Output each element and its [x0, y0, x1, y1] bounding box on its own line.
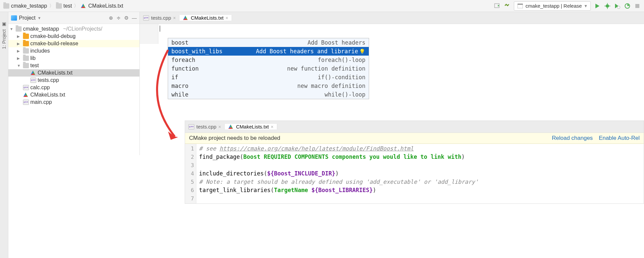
reload-message: CMake project needs to be reloaded — [189, 135, 546, 141]
folder-icon — [23, 48, 29, 54]
expand-toggle-icon[interactable]: ▼ — [10, 27, 14, 31]
build-icon[interactable] — [504, 3, 511, 9]
editor-tab[interactable]: CMakeLists.txt× — [179, 15, 232, 21]
project-panel-title: Project — [19, 15, 36, 21]
expand-all-icon[interactable]: ≑ — [116, 15, 121, 21]
line-number: 3 — [185, 161, 194, 169]
gear-icon[interactable]: ⚙ — [124, 15, 128, 21]
close-tab-icon[interactable]: × — [218, 124, 221, 129]
close-tab-icon[interactable]: × — [271, 124, 274, 129]
tree-item-label: lib — [30, 55, 36, 61]
code-editor-area[interactable]: 1234567 # see https://cmake.org/cmake/he… — [185, 144, 644, 203]
completion-item-hint: if()-condition — [318, 74, 365, 81]
completion-item[interactable]: boostAdd Boost headers — [168, 38, 369, 47]
enable-auto-reload-link[interactable]: Enable Auto-Rel — [599, 135, 640, 141]
tree-item-path: ~/CLionProjects/ — [63, 26, 103, 32]
line-number: 7 — [185, 194, 194, 203]
run-configuration-selector[interactable]: cmake_testapp | Release ▼ — [514, 1, 591, 11]
tree-item-label: CMakeLists.txt — [30, 92, 65, 98]
completion-item[interactable]: macronew macro definition — [168, 82, 369, 90]
expand-toggle-icon[interactable]: ▶ — [17, 42, 22, 46]
breadcrumb-item-folder[interactable]: test — [56, 3, 72, 9]
run-target-icon[interactable] — [494, 3, 501, 9]
breadcrumb-item-project[interactable]: cmake_testapp — [3, 3, 47, 9]
cpp-file-icon: c++ — [23, 100, 29, 105]
project-panel: Project ▼ ⊕ ≑ ⚙ — ▼ cmake_testapp ~/CLio… — [8, 12, 140, 155]
cmake-icon — [23, 92, 29, 98]
run-with-coverage-icon[interactable] — [614, 3, 621, 9]
completion-item[interactable]: foreachforeach()-loop — [168, 56, 369, 64]
tree-item[interactable]: c++calc.cpp — [8, 84, 139, 91]
close-tab-icon[interactable]: × — [226, 15, 228, 21]
completion-item[interactable]: ifif()-condition — [168, 73, 369, 82]
tree-item[interactable]: ▼test — [8, 62, 139, 69]
tree-item-label: test — [30, 63, 39, 69]
project-tree[interactable]: ▼ cmake_testapp ~/CLionProjects/ ▶cmake-… — [8, 24, 139, 107]
tree-root[interactable]: ▼ cmake_testapp ~/CLionProjects/ — [8, 25, 139, 33]
folder-icon — [23, 34, 29, 39]
completion-item[interactable]: functionnew function definition — [168, 64, 369, 73]
chevron-right-icon: 〉 — [74, 3, 79, 9]
folder-icon — [23, 63, 29, 68]
folder-icon — [3, 3, 9, 9]
project-panel-header: Project ▼ ⊕ ≑ ⚙ — — [8, 12, 139, 24]
tree-item[interactable]: ▶cmake-build-release — [8, 40, 139, 47]
completion-item[interactable]: whilewhile()-loop — [168, 90, 369, 99]
code-content[interactable]: # see https://cmake.org/cmake/help/lates… — [196, 144, 481, 203]
cpp-file-icon: c++ — [23, 85, 29, 90]
completion-item-hint: Add Boost headers and librarie💡 — [256, 48, 365, 55]
breadcrumb-item-file[interactable]: CMakeLists.txt — [81, 3, 123, 9]
folder-icon — [56, 3, 62, 9]
svg-marker-7 — [595, 4, 599, 8]
project-panel-title-selector[interactable]: Project ▼ — [11, 15, 41, 21]
tree-item-label: includes — [30, 48, 50, 54]
svg-point-14 — [617, 6, 620, 9]
svg-rect-16 — [635, 4, 639, 8]
line-number: 2 — [185, 153, 194, 161]
tree-item[interactable]: c++main.cpp — [8, 99, 139, 106]
sidebar-tab-label-project: 1: Project ▣ — [1, 22, 7, 49]
completion-item-name: if — [171, 74, 178, 81]
locate-icon[interactable]: ⊕ — [109, 15, 113, 21]
tree-item-label: calc.cpp — [30, 85, 50, 91]
breadcrumb-label: test — [64, 3, 72, 9]
completion-item-hint: foreach()-loop — [318, 57, 365, 63]
reload-changes-link[interactable]: Reload changes — [552, 135, 593, 141]
completion-item-name: boost_with_libs — [171, 48, 223, 55]
completion-item-name: foreach — [171, 57, 195, 63]
expand-toggle-icon[interactable]: ▼ — [17, 64, 22, 68]
svg-marker-4 — [498, 5, 499, 7]
tree-item[interactable]: CMakeLists.txt — [8, 91, 139, 99]
editor-tab[interactable]: c++tests.cpp× — [140, 15, 179, 21]
folder-icon — [23, 56, 29, 61]
sidebar-tool-tab[interactable]: 1: Project ▣ — [0, 12, 8, 258]
editor-tab[interactable]: CMakeLists.txt× — [225, 124, 277, 129]
chevron-down-icon: ▼ — [38, 16, 41, 20]
reload-notification-bar: CMake project needs to be reloaded Reloa… — [185, 133, 644, 144]
run-config-label: cmake_testapp | Release — [526, 3, 582, 9]
debug-button[interactable] — [604, 3, 611, 9]
tree-item[interactable]: ▶cmake-build-debug — [8, 33, 139, 40]
expand-toggle-icon[interactable]: ▶ — [17, 34, 22, 39]
code-gutter: 1234567 — [185, 144, 196, 203]
stop-button[interactable] — [634, 3, 641, 9]
expand-toggle-icon[interactable]: ▶ — [17, 56, 22, 61]
editor-tab[interactable]: c++tests.cpp× — [185, 124, 225, 129]
completion-item-name: while — [171, 91, 188, 98]
tree-item[interactable]: CMakeLists.txt — [8, 69, 139, 77]
svg-rect-6 — [518, 4, 523, 5]
tree-item[interactable]: ▶lib — [8, 55, 139, 62]
completion-item[interactable]: boost_with_libsAdd Boost headers and lib… — [168, 47, 369, 56]
profile-run-icon[interactable] — [624, 3, 631, 9]
run-button[interactable] — [594, 3, 601, 9]
line-number: 5 — [185, 178, 194, 186]
expand-toggle-icon[interactable]: ▶ — [17, 49, 22, 53]
close-tab-icon[interactable]: × — [173, 15, 176, 21]
completion-popup[interactable]: boostAdd Boost headersboost_with_libsAdd… — [168, 38, 369, 99]
tree-item[interactable]: ▶includes — [8, 47, 139, 55]
minimize-icon[interactable]: — — [132, 15, 137, 21]
line-number: 6 — [185, 186, 194, 194]
tree-item[interactable]: c++tests.cpp — [8, 77, 139, 84]
breadcrumb-label: cmake_testapp — [11, 3, 47, 9]
completion-item-hint: while()-loop — [324, 91, 365, 98]
